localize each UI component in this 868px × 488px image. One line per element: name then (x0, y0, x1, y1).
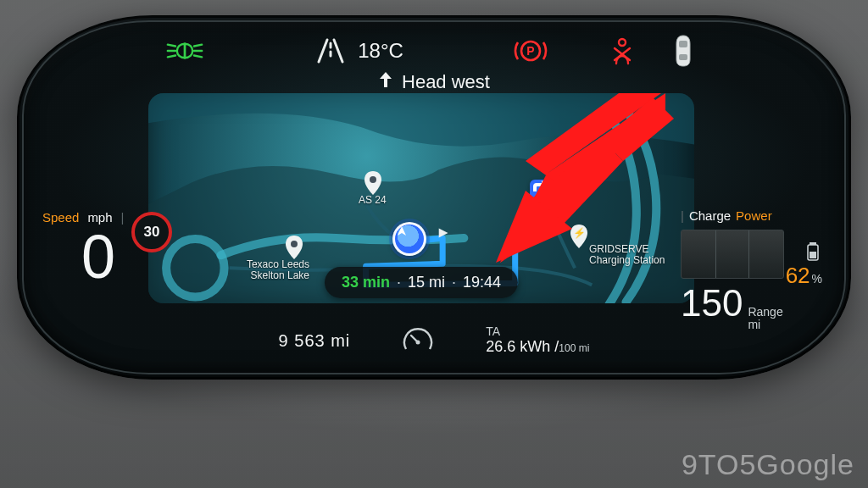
poi-pin[interactable] (286, 236, 303, 259)
econ-value: 26.6 kWh / (486, 338, 559, 355)
nav-instruction: Head west (17, 71, 851, 93)
telltale-row: 18°C P (17, 32, 851, 69)
poi-label: AS 24 (359, 195, 387, 206)
parking-brake-icon: P (512, 36, 549, 65)
ambient-temp: 18°C (358, 39, 403, 63)
econ-unit: 100 mi (559, 342, 589, 354)
svg-line-0 (168, 45, 175, 47)
car-top-icon (665, 36, 702, 65)
svg-point-21 (416, 341, 420, 345)
divider: | (681, 208, 684, 223)
turn-chip (530, 180, 562, 205)
poi-label: GRIDSERVE Charging Station (589, 244, 691, 266)
headlights-icon (166, 36, 203, 65)
instrument-cluster: 18°C P (17, 15, 851, 380)
power-label: Power (736, 208, 772, 223)
location-puck (392, 222, 426, 256)
mini-gauge-icon (401, 324, 435, 358)
svg-rect-12 (679, 54, 687, 60)
svg-line-5 (194, 56, 202, 58)
watermark: 9TO5Google (682, 448, 854, 481)
range-label: Range (748, 306, 782, 319)
temp-group: 18°C (312, 36, 403, 65)
eta-duration: 33 min (342, 274, 390, 291)
battery-percent-value: 62 (786, 263, 810, 289)
speed-limit-value: 30 (144, 224, 160, 241)
svg-rect-11 (679, 41, 687, 47)
svg-rect-19 (810, 252, 816, 258)
nav-map[interactable]: AS 24 Texaco Leeds Skelton Lake ⚡ GRIDSE… (148, 93, 694, 303)
svg-point-14 (370, 176, 376, 183)
arrow-up-icon (378, 71, 393, 93)
econ-tag: TA (486, 325, 500, 338)
svg-text:P: P (526, 44, 534, 58)
nav-instruction-text: Head west (402, 71, 490, 93)
poi-pin[interactable] (364, 171, 381, 195)
seatbelt-icon (604, 36, 641, 65)
divider: | (121, 210, 125, 225)
poi-pin[interactable]: ⚡ (570, 225, 587, 248)
svg-line-3 (194, 45, 202, 47)
odometer: 9 563 mi (279, 331, 351, 351)
energy-block: | Charge Power 62 % 150 Range mi (681, 208, 821, 332)
eta-pill[interactable]: 33 min · 15 mi · 19:44 (325, 267, 518, 298)
eta-arrival: 19:44 (463, 274, 501, 291)
battery-percent: 62 % (786, 263, 822, 289)
bottom-info-row: 9 563 mi TA 26.6 kWh /100 mi (17, 324, 851, 358)
speed-label: Speed (42, 210, 79, 225)
energy-economy: TA 26.6 kWh /100 mi (486, 325, 589, 355)
svg-point-10 (619, 39, 626, 46)
poi-label: Texaco Leeds Skelton Lake (233, 259, 309, 281)
speed-limit-sign: 30 (131, 212, 172, 252)
range-value: 150 (681, 282, 743, 324)
svg-line-2 (168, 56, 175, 58)
eta-distance: 15 mi (408, 274, 445, 291)
separator-dot: · (397, 274, 401, 291)
charge-label: Charge (689, 208, 731, 223)
charge-power-gauge (681, 230, 784, 279)
battery-icon (807, 242, 819, 264)
lane-assist-icon (312, 36, 349, 65)
separator-dot: · (452, 274, 456, 291)
battery-percent-suffix: % (812, 272, 822, 286)
svg-point-15 (291, 241, 298, 247)
speed-block: Speed mph | 30 0 (42, 210, 153, 285)
heading-arrow-icon (425, 225, 448, 241)
svg-text:⚡: ⚡ (573, 226, 586, 239)
